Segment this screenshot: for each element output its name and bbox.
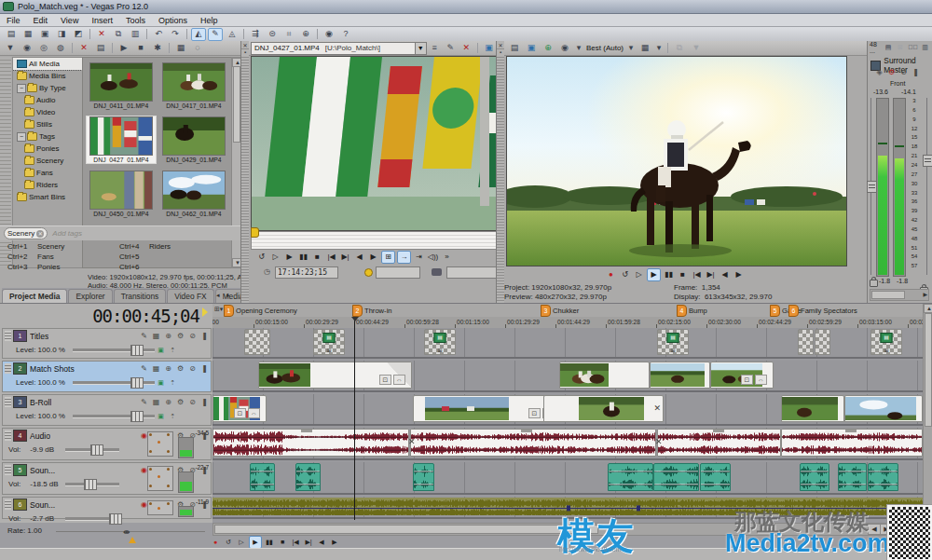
tree-item-video[interactable]: Video: [13, 106, 82, 118]
event-fx-icon[interactable]: ⇔: [393, 375, 405, 385]
trimmer-grip[interactable]: ✕▪: [241, 41, 249, 303]
composite-level-icon[interactable]: ▣: [155, 377, 167, 389]
event-fx-icon[interactable]: ⊞: [437, 347, 442, 353]
event-fx-icon[interactable]: ⊞: [326, 347, 331, 353]
track-name[interactable]: Soun...: [30, 466, 55, 475]
generated-media-icon[interactable]: ▤: [881, 333, 893, 343]
marker-tag-icon[interactable]: 6: [788, 305, 799, 317]
event-fx-icon[interactable]: ⇔: [248, 408, 260, 418]
level-slider[interactable]: [73, 381, 155, 385]
loop-playback-button[interactable]: ↺: [619, 269, 631, 280]
fade-handle[interactable]: [713, 430, 724, 432]
loop-playback-button[interactable]: ↺: [223, 537, 234, 548]
timeline-event[interactable]: [250, 463, 275, 491]
timeline-event[interactable]: [244, 329, 270, 355]
volume-slider[interactable]: [65, 483, 119, 486]
tree-item-fans[interactable]: Fans: [13, 167, 82, 179]
level-slider[interactable]: [73, 415, 155, 418]
new-project-button[interactable]: ▤: [4, 28, 19, 41]
capture-video-button[interactable]: ◉: [20, 42, 34, 55]
cut-button[interactable]: ✕: [94, 28, 109, 41]
undo-button[interactable]: ↶: [151, 28, 166, 41]
prev-frame-button[interactable]: ◀: [316, 537, 327, 548]
compositing-mode-icon[interactable]: ▦: [150, 331, 162, 342]
pause-button[interactable]: ▮▮: [264, 537, 275, 548]
prev-frame-button[interactable]: ◀: [353, 252, 365, 263]
scrollbar-thumb[interactable]: [214, 525, 598, 534]
menu-file[interactable]: File: [0, 16, 27, 25]
stop-button[interactable]: ■: [277, 537, 288, 548]
automation-settings-icon[interactable]: ⚙: [174, 397, 186, 408]
tab-project-media[interactable]: Project Media: [2, 289, 67, 303]
track-header-6[interactable]: 6Soun...◉∿⊕⚙⊘❚Vol:-2.7 dB-11.9: [2, 497, 212, 519]
open-in-audio-editor-button[interactable]: ✎: [444, 42, 458, 55]
tree-item-riders[interactable]: Riders: [13, 179, 82, 191]
pause-button[interactable]: ▮▮: [297, 252, 309, 263]
close-icon[interactable]: ✕: [241, 42, 249, 48]
tree-item-media-bins[interactable]: Media Bins: [13, 70, 82, 82]
ripple-edit-button[interactable]: ⇶: [248, 28, 263, 41]
mute-icon[interactable]: ⊘: [898, 67, 910, 78]
views-button[interactable]: ▦: [173, 42, 188, 55]
event-pan-crop-icon[interactable]: ⊡: [528, 408, 541, 418]
chevron-down-icon[interactable]: ▾: [654, 42, 664, 55]
track-drag-handle[interactable]: [5, 430, 11, 441]
menu-view[interactable]: View: [54, 16, 85, 25]
save-snapshot-button[interactable]: ▼: [689, 42, 704, 55]
save-project-button[interactable]: ▣: [37, 28, 52, 41]
timeline-marker[interactable]: 2Throw-in: [352, 305, 392, 317]
generated-media-icon[interactable]: ▤: [434, 333, 446, 343]
tree-item-stills[interactable]: Stills: [13, 118, 82, 130]
fade-handle[interactable]: [845, 430, 857, 432]
preview-quality-dropdown[interactable]: Best (Auto): [586, 44, 624, 52]
render-as-button[interactable]: ◨: [54, 28, 69, 41]
mute-icon[interactable]: ⊘: [186, 331, 199, 342]
track-name[interactable]: Soun...: [30, 500, 55, 510]
track-name[interactable]: B-Roll: [30, 398, 51, 407]
event-pan-crop-icon[interactable]: ⊡: [379, 375, 391, 385]
fader-icon[interactable]: ❚: [910, 67, 922, 78]
menu-options[interactable]: Options: [152, 16, 194, 25]
media-thumbnail[interactable]: DNJ_0411_01.MP4: [87, 62, 156, 109]
title-bar[interactable]: Polo_Match.veg * - Vegas Pro 12.0: [0, 0, 932, 14]
paste-button[interactable]: ▥: [128, 28, 143, 41]
track-lane-2[interactable]: ⊡⇔⊡⇔: [212, 361, 923, 392]
next-frame-button[interactable]: ▶: [733, 269, 745, 280]
slider-handle[interactable]: [90, 444, 103, 456]
timeline-event[interactable]: [868, 463, 898, 491]
automation-settings-icon[interactable]: ⚙: [174, 363, 186, 375]
level-slider[interactable]: [73, 348, 155, 352]
audio-icon[interactable]: ◁)): [427, 252, 439, 263]
menu-tools[interactable]: Tools: [119, 16, 152, 25]
marker-bar[interactable]: ⊞▾1Opening Ceremony2Throw-in3Chukker4Bum…: [212, 304, 923, 318]
slider-handle[interactable]: [130, 411, 144, 422]
composite-level-icon[interactable]: ▣: [155, 345, 167, 356]
open-project-button[interactable]: ▦: [21, 28, 35, 41]
copy-button[interactable]: ⧉: [111, 28, 126, 41]
marker-tag-icon[interactable]: 2: [352, 305, 363, 317]
timeline-marker[interactable]: 4Bump: [677, 305, 707, 317]
tab-scroll-right[interactable]: ▸: [226, 292, 230, 299]
timeline-vscrollbar[interactable]: ▲ ▼: [923, 304, 932, 523]
expand-icon[interactable]: −: [17, 84, 26, 93]
timeline-marker[interactable]: 1Opening Ceremony: [224, 305, 297, 317]
expand-icon[interactable]: −: [17, 132, 26, 142]
track-header-1[interactable]: 1Titles✎▦⊕⚙⊘❚Level: 100.0 %▣⇡: [2, 328, 212, 359]
add-tags-input[interactable]: Add tags: [52, 229, 82, 238]
scrollbar-thumb[interactable]: [233, 66, 240, 143]
rate-slider-handle[interactable]: ⇼: [123, 527, 130, 537]
timeline-event[interactable]: ⊡⇔: [212, 395, 267, 422]
undock-icon[interactable]: ▪: [241, 49, 249, 55]
timeline-event[interactable]: ⊡⇔: [710, 362, 774, 389]
downmix-button[interactable]: ▤: [884, 41, 894, 54]
chevron-down-icon[interactable]: ▾: [574, 42, 583, 55]
media-properties-button[interactable]: ▤: [93, 42, 108, 55]
tab-video-fx[interactable]: Video FX: [167, 289, 213, 303]
track-motion-icon[interactable]: ✎: [138, 331, 150, 342]
marker-tag-icon[interactable]: 5: [770, 305, 780, 317]
go-to-start-button[interactable]: |◀: [290, 537, 301, 548]
scroll-right-arrow[interactable]: ▶: [923, 291, 927, 297]
timeline-marker[interactable]: 6Family Spectators: [788, 305, 857, 317]
slider-handle[interactable]: [109, 513, 122, 525]
go-to-start-button[interactable]: |◀: [691, 269, 703, 280]
